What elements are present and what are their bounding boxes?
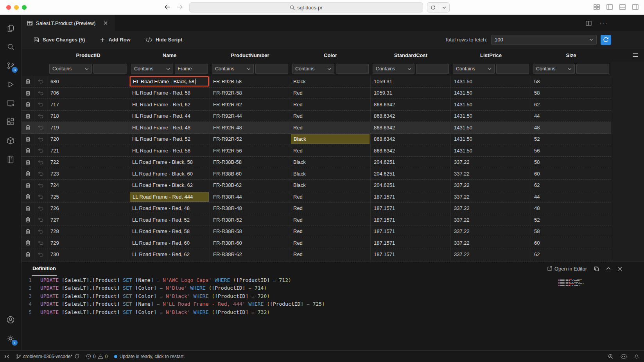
branch-status[interactable]: croblesm-0305-vscode*: [16, 354, 79, 359]
more-actions-icon[interactable]: ···: [599, 20, 608, 27]
cell-size[interactable]: 56: [531, 145, 611, 156]
undo-row-icon[interactable]: [34, 111, 47, 122]
undo-row-icon[interactable]: [34, 226, 47, 237]
cell-standard_cost[interactable]: 187.1571: [371, 191, 451, 203]
cell-edit-input[interactable]: HL Road Frame - Black, 58: [130, 76, 209, 86]
filter-operator-size[interactable]: Contains: [533, 64, 575, 74]
cell-size[interactable]: 48: [531, 203, 611, 214]
cell-list_price[interactable]: 337.22: [451, 203, 531, 214]
cell-name[interactable]: HL Road Frame - Red, 58: [129, 88, 210, 99]
cell-product_id[interactable]: 722: [47, 157, 129, 168]
table-row-729[interactable]: 729LL Road Frame - Red, 60FR-R38R-60Red1…: [22, 237, 611, 249]
cell-color[interactable]: Red: [290, 226, 371, 237]
customize-layout-icon[interactable]: [594, 4, 600, 10]
cell-list_price[interactable]: 1431.50: [451, 122, 531, 133]
cell-standard_cost[interactable]: 1059.31: [371, 76, 451, 87]
filter-input-product_id[interactable]: [93, 64, 127, 74]
cell-product_number[interactable]: FR-R38B-62: [210, 180, 290, 191]
filter-operator-product_number[interactable]: Contains: [212, 64, 254, 74]
cell-list_price[interactable]: 337.22: [451, 226, 531, 237]
cell-product_id[interactable]: 718: [47, 111, 129, 122]
delete-row-icon[interactable]: [22, 168, 34, 179]
filter-operator-color[interactable]: Contains: [292, 64, 334, 74]
cell-size[interactable]: 44: [531, 111, 611, 122]
cell-size[interactable]: 60: [531, 168, 611, 179]
cell-product_id[interactable]: 728: [47, 226, 129, 237]
zoom-window-button[interactable]: [22, 5, 27, 10]
undo-row-icon[interactable]: [34, 134, 47, 145]
cell-name[interactable]: LL Road Frame - Red, 48: [129, 203, 210, 214]
delete-row-icon[interactable]: [22, 203, 34, 214]
delete-row-icon[interactable]: [22, 157, 34, 168]
delete-row-icon[interactable]: [22, 111, 34, 122]
toggle-primary-sidebar-icon[interactable]: [606, 4, 613, 10]
cell-product_id[interactable]: 680: [47, 76, 129, 87]
definition-tab[interactable]: Definition: [32, 262, 57, 276]
cell-product_number[interactable]: FR-R38R-62: [210, 249, 290, 260]
filter-input-standard_cost[interactable]: [416, 64, 449, 74]
cell-product_number[interactable]: FR-R92R-56: [210, 145, 290, 156]
cell-name[interactable]: HL Road Frame - Red, 48: [129, 122, 210, 133]
undo-row-icon[interactable]: [34, 203, 47, 214]
cell-product_id[interactable]: 727: [47, 214, 129, 226]
cell-color[interactable]: Red: [290, 111, 371, 122]
column-header-list_price[interactable]: ListPrice: [451, 52, 531, 58]
cell-standard_cost[interactable]: 868.6342: [371, 134, 451, 145]
delete-row-icon[interactable]: [22, 88, 34, 99]
cell-standard_cost[interactable]: 868.6342: [371, 122, 451, 133]
filter-operator-list_price[interactable]: Contains: [453, 64, 495, 74]
filter-input-name[interactable]: [175, 64, 208, 74]
chevron-up-icon[interactable]: [606, 267, 611, 270]
split-editor-icon[interactable]: [586, 21, 592, 26]
cell-name-editing[interactable]: HL Road Frame - Black, 58: [129, 76, 210, 87]
filter-input-product_number[interactable]: [255, 64, 288, 74]
cell-color[interactable]: Red: [290, 249, 371, 260]
copy-icon[interactable]: [594, 266, 599, 271]
delete-row-icon[interactable]: [22, 226, 34, 237]
cell-product_id[interactable]: 726: [47, 203, 129, 214]
minimap[interactable]: [558, 279, 594, 287]
tab-close-icon[interactable]: [102, 19, 109, 27]
cell-list_price[interactable]: 337.22: [451, 168, 531, 179]
navigate-forward-icon[interactable]: [177, 4, 183, 10]
table-row-717[interactable]: 717HL Road Frame - Red, 62FR-R92R-62Red8…: [22, 99, 611, 111]
cell-color[interactable]: Red: [290, 122, 371, 133]
table-row-720[interactable]: 720HL Road Frame - Red, 52FR-R92R-52Blac…: [22, 134, 611, 145]
cell-product_id[interactable]: 706: [47, 88, 129, 99]
minimize-window-button[interactable]: [14, 5, 19, 10]
undo-row-icon[interactable]: [34, 88, 47, 99]
cell-name[interactable]: LL Road Frame - Red, 58: [129, 226, 210, 237]
cell-product_number[interactable]: FR-R92R-48: [210, 122, 290, 133]
cell-product_id[interactable]: 721: [47, 145, 129, 156]
cell-product_id[interactable]: 729: [47, 237, 129, 249]
cell-product_id[interactable]: 730: [47, 249, 129, 260]
table-row-725[interactable]: 725LL Road Frame - Red, 444FR-R38R-44Red…: [22, 191, 611, 203]
source-control-icon[interactable]: 3: [1, 56, 20, 75]
column-header-color[interactable]: Color: [290, 52, 371, 58]
cell-standard_cost[interactable]: 187.1571: [371, 249, 451, 260]
undo-row-icon[interactable]: [34, 249, 47, 260]
cell-color[interactable]: Black: [290, 168, 371, 179]
cell-product_number[interactable]: FR-R38B-58: [210, 157, 290, 168]
close-panel-icon[interactable]: [618, 267, 622, 271]
delete-row-icon[interactable]: [22, 145, 34, 156]
sql-script-editor[interactable]: 1UPDATE [SalesLT].[Product] SET [Name] =…: [22, 276, 644, 350]
cell-standard_cost[interactable]: 187.1571: [371, 226, 451, 237]
accounts-icon[interactable]: [1, 310, 20, 329]
tab-saleslt-product[interactable]: SalesLT.Product (Preview): [22, 15, 115, 31]
cell-list_price[interactable]: 337.22: [451, 180, 531, 191]
filter-input-size[interactable]: [576, 64, 609, 74]
notifications-bell-icon[interactable]: [634, 354, 639, 359]
zoom-status-icon[interactable]: [608, 354, 614, 359]
table-row-730[interactable]: 730LL Road Frame - Red, 62FR-R38R-62Red1…: [22, 249, 611, 261]
cell-name[interactable]: LL Road Frame - Black, 62: [129, 180, 210, 191]
undo-row-icon[interactable]: [34, 157, 47, 168]
toggle-panel-icon[interactable]: [619, 4, 626, 10]
table-row-726[interactable]: 726LL Road Frame - Red, 48FR-R38R-48Red1…: [22, 203, 611, 215]
filter-operator-name[interactable]: Contains: [131, 64, 173, 74]
cell-size[interactable]: 58: [531, 157, 611, 168]
delete-row-icon[interactable]: [22, 249, 34, 260]
cell-standard_cost[interactable]: 868.6342: [371, 99, 451, 110]
cell-name[interactable]: LL Road Frame - Red, 62: [129, 249, 210, 260]
hide-script-button[interactable]: Hide Script: [145, 37, 183, 43]
